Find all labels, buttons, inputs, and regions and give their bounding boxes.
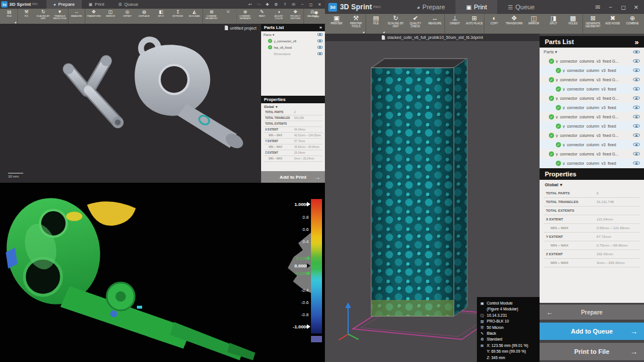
- toolbar-button[interactable]: ▩ HOLES: [563, 14, 583, 34]
- settings-icon[interactable]: ⚙: [274, 2, 278, 7]
- close-icon[interactable]: ✕: [317, 2, 322, 7]
- toolbar-button[interactable]: ❖ PROJECT TEXTURE: [287, 9, 304, 24]
- help-icon[interactable]: ?: [283, 2, 287, 6]
- collapse-panel-icon[interactable]: »: [320, 25, 322, 30]
- visibility-eye-icon[interactable]: [633, 104, 640, 111]
- part-row[interactable]: y_connector_columns_v3_fixed G...: [540, 149, 644, 158]
- restore-icon[interactable]: ◻: [309, 2, 313, 7]
- restore-icon[interactable]: ◻: [620, 4, 627, 10]
- visibility-eye-icon[interactable]: [633, 95, 640, 102]
- print-to-file-button[interactable]: Print to File →: [540, 343, 644, 360]
- toolbar-button[interactable]: ◫ MIRROR: [102, 9, 119, 24]
- deviation-model[interactable]: [0, 189, 255, 360]
- part-row[interactable]: y_connector_column_v3_fixed: [540, 66, 644, 75]
- part-row[interactable]: Dimensions: [261, 50, 325, 57]
- view-toggle-button[interactable]: ◉ VIEW: [309, 10, 324, 18]
- undo-icon[interactable]: ↩: [248, 2, 252, 7]
- toolbar-button[interactable]: ▼ TRIANGLE REDUCTION: [52, 9, 68, 24]
- toolbar-button[interactable]: ↥ EXTRUDE: [169, 9, 186, 24]
- visibility-eye-icon[interactable]: [633, 86, 640, 92]
- toolbar-button[interactable]: ▤ FILE: [366, 14, 386, 34]
- part-row[interactable]: y_connector_columns_v3_fixed G...: [540, 75, 644, 84]
- visibility-eye-icon[interactable]: [633, 142, 640, 148]
- print-3d-viewport[interactable]: stacked_colin_v6_full_problk10_50um_std_…: [325, 34, 540, 362]
- toolbar-button[interactable]: ◎ OFFSET: [119, 9, 136, 24]
- visibility-eye-icon[interactable]: [633, 67, 640, 74]
- visibility-eye-icon[interactable]: [633, 114, 640, 120]
- visibility-eye-icon[interactable]: [633, 123, 640, 129]
- toolbar-button[interactable]: ↻ SCALING BY UNIT: [35, 9, 52, 24]
- toolbar-button[interactable]: ◨ SPLIT: [544, 14, 563, 34]
- parts-group-row[interactable]: Parts ▾: [540, 48, 644, 56]
- toolbar-button[interactable]: ⊕ COMBINE: [623, 14, 642, 34]
- part-row[interactable]: fsa_v6_fixed: [261, 44, 325, 50]
- deviation-viewport[interactable]: 1.0000 0.8 0.6 0.4: [0, 183, 325, 362]
- toolbar-button[interactable]: ⚒ PRINTER TOOLS: [346, 14, 366, 34]
- toolbar-button[interactable]: ⚒ FIX: [18, 9, 35, 24]
- part-row[interactable]: y_connector_columns_v3_fixed G...: [540, 112, 644, 121]
- toolbar-button[interactable]: ✥ TRANSFORM: [85, 9, 102, 24]
- visibility-eye-icon[interactable]: [317, 45, 323, 50]
- toolbar-button[interactable]: ⊕ COMBINE / SEPARATE: [237, 9, 254, 24]
- visibility-eye-icon[interactable]: [633, 77, 640, 83]
- visibility-eye-icon[interactable]: [633, 49, 640, 55]
- toolbar-button[interactable]: ⊞ COMBINE GEOMETRY: [203, 9, 220, 24]
- part-row[interactable]: y_connector_column_v3_fixed: [540, 84, 644, 93]
- toolbar-button[interactable]: ▤ FILE: [1, 9, 18, 24]
- visibility-eye-icon[interactable]: [317, 38, 323, 44]
- collapse-panel-icon[interactable]: »: [635, 38, 639, 46]
- visibility-eye-icon[interactable]: [317, 51, 323, 56]
- titlebar-tab[interactable]: ▣ Print: [82, 0, 111, 9]
- part-row[interactable]: y_connector_columns_v3_fixed G...: [540, 131, 644, 140]
- back-to-prepare-button[interactable]: ← Prepare: [540, 305, 644, 320]
- titlebar-tab[interactable]: ◕ Prepare: [406, 0, 455, 14]
- titlebar-tab[interactable]: ☰ Queue: [111, 0, 145, 9]
- part-row[interactable]: y_connector_v6: [261, 38, 325, 44]
- model-y-connector[interactable]: [63, 56, 124, 128]
- toolbar-button[interactable]: ◍ DISPLACE: [136, 9, 153, 24]
- redo-icon[interactable]: ↪: [256, 2, 261, 7]
- minimize-icon[interactable]: −: [300, 2, 305, 6]
- titlebar-tab[interactable]: ◕ Prepare: [46, 0, 82, 9]
- toolbar-button[interactable]: ◐ COPY: [484, 14, 504, 34]
- properties-scope[interactable]: Global ▾: [261, 103, 325, 110]
- visibility-eye-icon[interactable]: [317, 32, 323, 37]
- part-row[interactable]: y_connector_column_v3_fixed: [540, 121, 644, 131]
- toolbar-button[interactable]: ◑ ADJUST COLOR: [270, 9, 287, 24]
- part-row[interactable]: y_connector_column_v3_fixed: [540, 140, 644, 149]
- model-bracket[interactable]: [135, 37, 245, 151]
- toolbar-button[interactable]: ◧ SPLIT: [153, 9, 169, 24]
- toolbar-button[interactable]: ◭ BOOLEAN: [186, 9, 203, 24]
- minimize-icon[interactable]: −: [607, 4, 614, 10]
- part-row[interactable]: y_connector_columns_v3_fixed G...: [540, 93, 644, 103]
- toolbar-button[interactable]: ✖: [220, 9, 237, 24]
- add-to-queue-button[interactable]: Add to Queue →: [540, 323, 644, 340]
- add-icon[interactable]: ✚: [265, 2, 270, 7]
- part-row[interactable]: y_connector_columns_v3_fixed G...: [540, 56, 644, 66]
- visibility-eye-icon[interactable]: [633, 132, 640, 139]
- toolbar-button[interactable]: ↔ MEASURE: [425, 14, 445, 34]
- toolbar-button[interactable]: ✥ TRANSFORM: [504, 14, 524, 34]
- properties-scope[interactable]: Global ▾: [540, 180, 644, 189]
- titlebar-tab[interactable]: ☰ Queue: [497, 0, 545, 14]
- toolbar-button[interactable]: ⊠ GENERATE GEOMETRY: [583, 14, 603, 34]
- toolbar-button[interactable]: ↔ MEASURE: [68, 9, 85, 24]
- stacked-parts-model[interactable]: [371, 59, 467, 316]
- mail-icon[interactable]: ✉: [291, 2, 296, 7]
- toolbar-button[interactable]: ◫ MIRROR: [524, 14, 544, 34]
- visibility-eye-icon[interactable]: [633, 151, 640, 157]
- toolbar-button[interactable]: ⊞ AUTO PLACE: [465, 14, 484, 34]
- toolbar-button[interactable]: ✖ ADD NOISE: [603, 14, 623, 34]
- toolbar-button[interactable]: ↻ SCALING BY UNIT: [386, 14, 406, 34]
- close-icon[interactable]: ✕: [633, 4, 639, 10]
- mail-icon[interactable]: ✉: [595, 4, 601, 10]
- visibility-eye-icon[interactable]: [633, 58, 640, 64]
- titlebar-tab[interactable]: ▣ Print: [455, 0, 497, 14]
- visibility-eye-icon[interactable]: [633, 160, 640, 166]
- part-row[interactable]: y_connector_column_v3_fixed: [540, 158, 644, 168]
- part-row[interactable]: y_connector_column_v3_fixed: [540, 103, 644, 112]
- toolbar-button[interactable]: ✎ PAINT: [254, 9, 270, 24]
- add-to-print-button[interactable]: Add to Print →: [261, 171, 325, 183]
- parts-group-row[interactable]: Parts ▾: [261, 31, 325, 38]
- toolbar-button[interactable]: ▣ PRINTER: [327, 14, 346, 34]
